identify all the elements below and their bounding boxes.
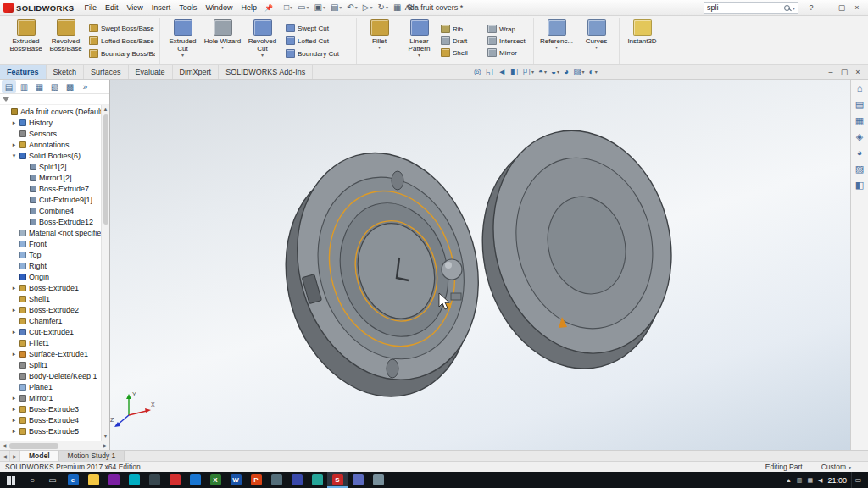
- menu-item[interactable]: Help: [236, 2, 261, 14]
- command-tab[interactable]: Evaluate: [129, 65, 173, 79]
- instant3d-button[interactable]: Instant3D: [622, 18, 662, 64]
- extruded-cut-button[interactable]: Extruded Cut: [163, 18, 203, 64]
- zoom-to-area-icon[interactable]: ◱: [484, 68, 495, 76]
- tree-item[interactable]: Origin: [0, 271, 101, 282]
- view-palette-icon[interactable]: ◈: [856, 132, 863, 141]
- dimxpertmanager-tab[interactable]: ▧: [47, 80, 62, 93]
- solidworks-resources-icon[interactable]: ◧: [855, 180, 864, 190]
- taskbar-clock[interactable]: 21:00: [827, 476, 847, 485]
- taskbar-solidworks-icon[interactable]: S: [327, 472, 348, 488]
- bottom-notch[interactable]: [387, 359, 398, 378]
- intersect-button[interactable]: Intersect: [486, 35, 530, 47]
- custom-properties-icon[interactable]: ▨: [855, 164, 864, 174]
- undo-icon[interactable]: ↶: [344, 3, 359, 13]
- minimize-button[interactable]: –: [819, 2, 834, 14]
- tree-item[interactable]: ▸ Boss-Extrude5: [0, 425, 101, 436]
- pin-icon[interactable]: 📌: [264, 4, 273, 12]
- help-button[interactable]: ?: [804, 2, 819, 14]
- reference-geometry-button[interactable]: Referenc...: [537, 18, 576, 64]
- task-pane-home-icon[interactable]: ⌂: [857, 84, 863, 93]
- tree-item[interactable]: ▸ History: [0, 117, 101, 128]
- task-view-icon[interactable]: ▭: [42, 472, 63, 488]
- detent-ball[interactable]: [442, 259, 462, 280]
- tree-item[interactable]: Body-Delete/Keep 1: [0, 370, 101, 381]
- command-tab[interactable]: Features: [0, 65, 47, 79]
- menu-item[interactable]: View: [122, 2, 147, 14]
- taskbar-app-icon[interactable]: [348, 472, 368, 488]
- tree-expand-arrow[interactable]: ▸: [11, 307, 17, 313]
- revolved-cut-button[interactable]: Revolved Cut: [242, 18, 282, 64]
- network-icon[interactable]: ▦: [807, 477, 813, 483]
- tree-item[interactable]: Split1[2]: [0, 161, 101, 172]
- swept-cut-button[interactable]: Swept Cut: [284, 22, 352, 34]
- tree-item[interactable]: ▸ Cut-Extrude1: [0, 326, 101, 337]
- taskbar-search-icon[interactable]: ○: [22, 472, 42, 488]
- mirror-button[interactable]: Mirror: [486, 47, 530, 58]
- tree-item[interactable]: Shell1: [0, 293, 101, 304]
- revolved-boss-base-button[interactable]: Revolved Boss/Base: [46, 18, 86, 64]
- draft-button[interactable]: Draft: [439, 35, 483, 47]
- hole-wizard-button[interactable]: Hole Wizard: [203, 18, 242, 64]
- tree-item[interactable]: Cut-Extrude9[1]: [0, 194, 101, 205]
- tree-item[interactable]: Material <not specified>: [0, 227, 101, 238]
- fillet-button[interactable]: Fillet: [359, 18, 399, 64]
- tree-expand-arrow[interactable]: ▸: [11, 329, 17, 335]
- window-restore-button[interactable]: ▢: [837, 68, 851, 76]
- taskbar-app-icon[interactable]: [144, 472, 164, 488]
- previous-view-icon[interactable]: ◄: [496, 68, 508, 76]
- status-unit-selector[interactable]: Custom: [821, 463, 851, 471]
- window-close-button[interactable]: ×: [851, 68, 865, 76]
- tree-expand-arrow[interactable]: ▸: [11, 351, 17, 357]
- zoom-to-fit-icon[interactable]: ◎: [472, 68, 483, 76]
- taskbar-app-icon[interactable]: [307, 472, 327, 488]
- taskbar-edge-icon[interactable]: e: [63, 472, 83, 488]
- top-notch[interactable]: [392, 171, 403, 190]
- curves-button[interactable]: Curves: [576, 18, 616, 64]
- lofted-cut-button[interactable]: Lofted Cut: [284, 35, 352, 47]
- menu-item[interactable]: Edit: [101, 2, 123, 14]
- panel-expand-arrow[interactable]: »: [78, 80, 92, 93]
- taskbar-store-icon[interactable]: [103, 472, 124, 488]
- display-style-icon[interactable]: ◓: [537, 68, 548, 76]
- configurationmanager-tab[interactable]: ▦: [32, 80, 47, 93]
- hide-show-items-icon[interactable]: ◒: [549, 68, 561, 76]
- lofted-boss-base-button[interactable]: Lofted Boss/Base: [87, 35, 155, 47]
- tree-item[interactable]: Combine4: [0, 205, 101, 216]
- taskbar-excel-icon[interactable]: X: [205, 472, 225, 488]
- appearances-icon[interactable]: ◕: [857, 148, 863, 158]
- command-tab[interactable]: Surfaces: [84, 65, 129, 79]
- tree-item[interactable]: Top: [0, 249, 101, 260]
- tray-expand-icon[interactable]: ▲: [786, 477, 792, 483]
- save-icon[interactable]: ▣: [311, 3, 327, 13]
- scroll-right-icon[interactable]: [102, 442, 108, 449]
- tab-scroll-left-icon[interactable]: [0, 451, 10, 461]
- right-cover-body[interactable]: [457, 112, 697, 388]
- tree-item[interactable]: ▸ Boss-Extrude1: [0, 282, 101, 293]
- taskbar-app-icon[interactable]: [164, 472, 185, 488]
- tree-item[interactable]: ▸ Boss-Extrude2: [0, 304, 101, 315]
- tree-item[interactable]: Right: [0, 260, 101, 271]
- start-button[interactable]: [0, 472, 22, 488]
- apply-scene-icon[interactable]: ▨: [571, 68, 586, 76]
- menu-item[interactable]: Window: [201, 2, 236, 14]
- view-settings-icon[interactable]: ◐: [587, 68, 599, 76]
- tree-expand-arrow[interactable]: ▸: [11, 141, 17, 147]
- tree-item[interactable]: Front: [0, 238, 101, 249]
- close-button[interactable]: ×: [849, 2, 865, 14]
- wrap-button[interactable]: Wrap: [486, 23, 530, 35]
- featuremanager-tree-tab[interactable]: ▤: [2, 80, 16, 93]
- tree-expand-arrow[interactable]: ▸: [11, 395, 17, 401]
- linear-pattern-button[interactable]: Linear Pattern: [399, 18, 439, 64]
- displaymanager-tab[interactable]: ▩: [63, 80, 77, 93]
- file-properties-icon[interactable]: ▦: [391, 3, 403, 13]
- print-icon[interactable]: ▤: [328, 3, 344, 13]
- tray-status-icon[interactable]: ▥: [797, 477, 803, 483]
- tree-item[interactable]: ▸ Mirror1: [0, 392, 101, 403]
- taskbar-file-explorer-icon[interactable]: [83, 472, 103, 488]
- command-tab[interactable]: Sketch: [47, 65, 85, 79]
- side-tab[interactable]: [451, 293, 461, 300]
- rib-button[interactable]: Rib: [439, 23, 483, 35]
- view-orientation-icon[interactable]: ◰: [521, 68, 536, 76]
- scroll-left-icon[interactable]: [1, 442, 8, 449]
- swept-boss-base-button[interactable]: Swept Boss/Base: [87, 22, 155, 34]
